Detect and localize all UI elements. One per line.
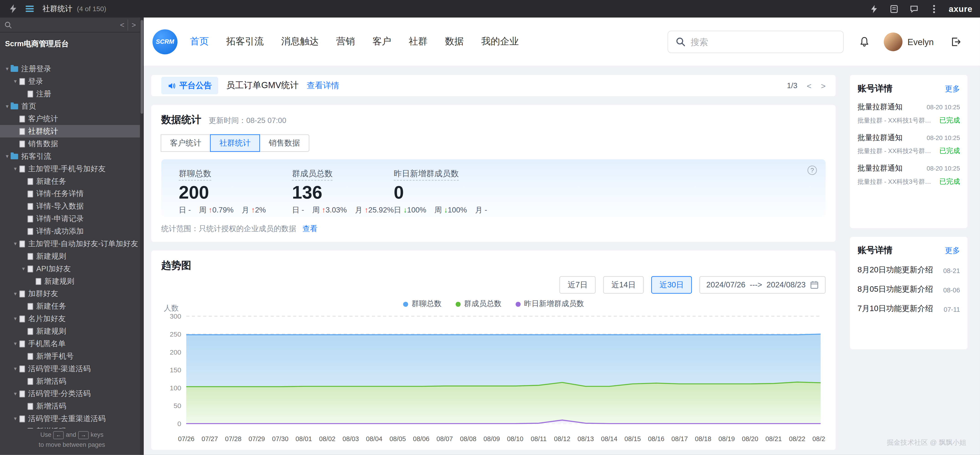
- tree-item[interactable]: 新建任务: [0, 300, 140, 312]
- nav-item[interactable]: 客户: [372, 35, 391, 48]
- tree-item[interactable]: 详情-申请记录: [0, 212, 140, 225]
- tree-item[interactable]: 新建规则: [0, 250, 140, 262]
- caret-icon[interactable]: [12, 291, 19, 297]
- announcement-prev-icon[interactable]: [807, 81, 811, 90]
- tree-item[interactable]: 详情-任务详情: [0, 188, 140, 200]
- tree-item[interactable]: 新建规则: [0, 275, 140, 287]
- nav-item[interactable]: 营销: [336, 35, 355, 48]
- metric-value: 0: [394, 183, 487, 202]
- tree-item[interactable]: 登录: [0, 75, 140, 88]
- user-menu[interactable]: Evelyn: [884, 32, 934, 51]
- svg-text:08/23: 08/23: [812, 435, 826, 442]
- bell-icon[interactable]: [859, 36, 870, 47]
- caret-icon[interactable]: [20, 266, 27, 272]
- notification-item[interactable]: 批量拉群通知 08-20 10:25 批量拉群 - XX科技3号群已完成 已完成: [858, 163, 960, 186]
- announcement-detail-link[interactable]: 查看详情: [307, 80, 339, 91]
- tree-item[interactable]: 详情-成功添加: [0, 225, 140, 237]
- tree-item[interactable]: 活码管理-去重渠道活码: [0, 412, 140, 425]
- updates-more-link[interactable]: 更多: [945, 245, 960, 256]
- tree-item[interactable]: 新增活码: [0, 400, 140, 412]
- nav-item[interactable]: 我的企业: [481, 35, 519, 48]
- nav-item[interactable]: 社群: [409, 35, 427, 48]
- tree-item[interactable]: 客户统计: [0, 113, 140, 125]
- tree-item[interactable]: 主加管理-手机号加好友: [0, 162, 140, 175]
- date-start: 2024/07/26: [706, 280, 745, 289]
- notification-item[interactable]: 批量拉群通知 08-20 10:25 批量拉群 - XX科技1号群已完成 已完成: [858, 102, 960, 125]
- legend-item[interactable]: 昨日新增群成员数: [515, 299, 584, 309]
- page-icon: [27, 190, 33, 197]
- tree-item[interactable]: 首页: [0, 100, 140, 113]
- stats-tab[interactable]: 客户统计: [161, 134, 210, 152]
- caret-icon[interactable]: [4, 103, 11, 109]
- tree-item[interactable]: 主加管理-自动加好友-订单加好友: [0, 237, 140, 250]
- nav-item[interactable]: 拓客引流: [226, 35, 264, 48]
- caret-icon[interactable]: [4, 153, 11, 159]
- help-icon[interactable]: [808, 165, 817, 175]
- date-range-picker[interactable]: 2024/07/26 ---> 2024/08/23: [699, 276, 826, 294]
- update-item[interactable]: 8月20日功能更新介绍 08-21: [858, 265, 960, 275]
- prev-page-icon[interactable]: [117, 19, 128, 30]
- tree-item[interactable]: 详情-导入数据: [0, 200, 140, 212]
- tree-item[interactable]: 新增活码: [0, 425, 140, 429]
- svg-text:08/08: 08/08: [460, 435, 476, 442]
- tree-item[interactable]: 新增手机号: [0, 350, 140, 362]
- caret-icon[interactable]: [12, 240, 19, 247]
- sidebar-scrollbar[interactable]: [140, 18, 144, 455]
- range-button[interactable]: 近14日: [603, 276, 644, 294]
- nav-item[interactable]: 首页: [190, 35, 208, 48]
- notes-icon[interactable]: [889, 3, 900, 14]
- tree-item[interactable]: 活码管理-分类活码: [0, 387, 140, 400]
- range-button[interactable]: 近7日: [560, 276, 596, 294]
- header-search[interactable]: [667, 30, 844, 53]
- logout-icon[interactable]: [950, 36, 961, 47]
- caret-icon[interactable]: [12, 78, 19, 84]
- stats-tab[interactable]: 社群统计: [210, 134, 260, 152]
- tree-item[interactable]: 名片加好友: [0, 312, 140, 325]
- tree-item[interactable]: 新建规则: [0, 325, 140, 337]
- caret-icon[interactable]: [12, 165, 19, 172]
- notifications-more-link[interactable]: 更多: [945, 83, 960, 94]
- update-item[interactable]: 8月05日功能更新介绍 08-06: [858, 284, 960, 295]
- scope-view-link[interactable]: 查看: [302, 224, 318, 234]
- tree-item[interactable]: 加群好友: [0, 287, 140, 300]
- nav-item[interactable]: 数据: [445, 35, 464, 48]
- tree-item[interactable]: 社群统计: [0, 125, 140, 138]
- announcement-next-icon[interactable]: [821, 81, 826, 90]
- tree-item[interactable]: 活码管理-渠道活码: [0, 362, 140, 375]
- flash-icon[interactable]: [8, 3, 19, 14]
- caret-icon[interactable]: [12, 366, 19, 372]
- tree-item[interactable]: 手机黑名单: [0, 337, 140, 350]
- tree-item[interactable]: 新增活码: [0, 375, 140, 387]
- search-icon[interactable]: [4, 21, 12, 29]
- console-flash-icon[interactable]: [869, 3, 880, 14]
- stats-title: 数据统计: [161, 114, 201, 127]
- caret-icon[interactable]: [12, 316, 19, 322]
- scrollbar-thumb[interactable]: [140, 20, 143, 114]
- caret-icon[interactable]: [12, 391, 19, 397]
- status-badge: 已完成: [939, 116, 960, 125]
- legend-item[interactable]: 群成员总数: [455, 299, 502, 309]
- range-button[interactable]: 近30日: [651, 276, 692, 294]
- svg-text:08/17: 08/17: [671, 435, 688, 442]
- tree-item[interactable]: API加好友: [0, 262, 140, 275]
- legend-item[interactable]: 群聊总数: [403, 299, 441, 309]
- pages-menu-icon[interactable]: [24, 3, 35, 14]
- tree-item[interactable]: 拓客引流: [0, 150, 140, 162]
- caret-icon[interactable]: [4, 65, 11, 72]
- tree-item[interactable]: 销售数据: [0, 138, 140, 150]
- app-body: 平台公告 员工订单GMV统计 查看详情 1/3 数据统计: [144, 66, 980, 455]
- tree-item[interactable]: 注册: [0, 88, 140, 100]
- more-icon[interactable]: [929, 3, 940, 14]
- trend-chart[interactable]: 05010015020025030007/2607/2707/2807/2907…: [161, 311, 826, 445]
- caret-icon[interactable]: [12, 415, 19, 422]
- search-input[interactable]: [691, 37, 836, 47]
- tree-item[interactable]: 新建任务: [0, 175, 140, 188]
- notification-item[interactable]: 批量拉群通知 08-20 10:25 批量拉群 - XX科技2号群已完成 已完成: [858, 132, 960, 156]
- caret-icon[interactable]: [12, 340, 19, 347]
- stats-tab[interactable]: 销售数据: [259, 134, 309, 152]
- feedback-icon[interactable]: [909, 3, 920, 14]
- next-page-icon[interactable]: [128, 19, 139, 30]
- tree-item[interactable]: 注册登录: [0, 62, 140, 75]
- nav-item[interactable]: 消息触达: [282, 35, 319, 48]
- update-item[interactable]: 7月10日功能更新介绍 07-11: [858, 304, 960, 314]
